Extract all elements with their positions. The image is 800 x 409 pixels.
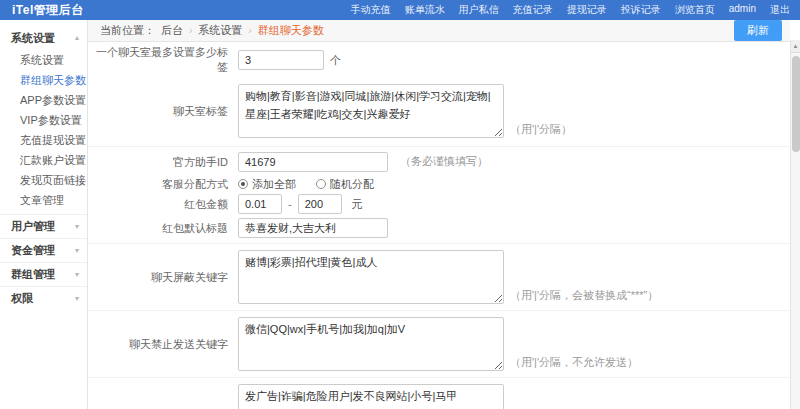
topbar-menu-item-user-messages[interactable]: 用户私信 — [459, 3, 499, 17]
breadcrumb-item-system-settings[interactable]: 系统设置 — [198, 23, 242, 38]
chevron-down-icon: ▾ — [75, 247, 79, 255]
field-label: 聊天室标签 — [88, 104, 238, 119]
sidebar-item-discover-links[interactable]: 发现页面链接 — [0, 170, 87, 190]
form-row-room-tags: 聊天室标签 购物|教育|影音|游戏|同城|旅游|休闲|学习交流|宠物|星座|王者… — [88, 78, 790, 147]
field-label: 红包默认标题 — [88, 221, 238, 236]
scrollbar-thumb[interactable] — [792, 56, 800, 152]
app-title: iTel管理后台 — [12, 2, 84, 19]
main-content: 当前位置： 后台 › 系统设置 › 群组聊天参数 刷新 一个聊天室最多设置多少标… — [88, 20, 800, 409]
form-row-redpacket-amount: 红包金额 - 元 — [88, 193, 790, 215]
field-label: 聊天禁止发送关键字 — [88, 337, 238, 352]
sidebar-item-group-chat-params[interactable]: 群组聊天参数 — [0, 70, 87, 90]
form-row-assign-mode: 客服分配方式 添加全部 随机分配 — [88, 175, 790, 193]
radio-icon[interactable] — [316, 179, 326, 189]
topbar-menu-item-logout[interactable]: 退出 — [770, 3, 790, 17]
field-hint: （用'|'分隔，会被替换成“***”） — [510, 288, 658, 304]
topbar-menu-item-recharge-log[interactable]: 充值记录 — [513, 3, 553, 17]
block-keywords-textarea[interactable]: 赌博|彩票|招代理|黄色|成人 — [238, 250, 504, 304]
breadcrumb-bar: 当前位置： 后台 › 系统设置 › 群组聊天参数 刷新 — [88, 20, 790, 42]
helper-id-input[interactable] — [238, 152, 388, 172]
form-row-redpacket-title: 红包默认标题 — [88, 215, 790, 244]
field-label: 官方助手ID — [88, 155, 238, 170]
topbar: iTel管理后台 手动充值 账单流水 用户私信 充值记录 提现记录 投诉记录 浏… — [0, 0, 800, 20]
sidebar-item-app-params[interactable]: APP参数设置 — [0, 90, 87, 110]
form-row-extra-keywords: 发广告|诈骗|危险用户|发不良网站|小号|马甲 — [88, 378, 790, 409]
sidebar-item-article-manage[interactable]: 文章管理 — [0, 190, 87, 210]
sidebar-group-user-manage[interactable]: 用户管理 ▾ — [0, 214, 87, 238]
sidebar-group-fund-manage[interactable]: 资金管理 ▾ — [0, 238, 87, 262]
radio-icon[interactable] — [238, 179, 248, 189]
settings-form: 一个聊天室最多设置多少标签 个 聊天室标签 购物|教育|影音|游戏|同城|旅游|… — [88, 42, 790, 409]
sidebar-group-system-settings[interactable]: 系统设置 ▴ — [0, 26, 87, 50]
field-label: 红包金额 — [88, 197, 238, 212]
form-row-tag-limit: 一个聊天室最多设置多少标签 个 — [88, 42, 790, 78]
chevron-up-icon: ▴ — [75, 34, 79, 42]
topbar-menu-item-bill-flow[interactable]: 账单流水 — [405, 3, 445, 17]
refresh-button[interactable]: 刷新 — [734, 20, 782, 41]
sidebar-item-remit-account[interactable]: 汇款账户设置 — [0, 150, 87, 170]
page-scrollbar[interactable]: ▲ — [790, 40, 800, 409]
chevron-right-icon: › — [189, 25, 192, 36]
sidebar-item-vip-params[interactable]: VIP参数设置 — [0, 110, 87, 130]
field-hint: （用'|'分隔） — [510, 122, 572, 138]
form-row-helper-id: 官方助手ID （务必谨慎填写） — [88, 147, 790, 175]
field-label: 一个聊天室最多设置多少标签 — [88, 45, 238, 75]
extra-keywords-textarea[interactable]: 发广告|诈骗|危险用户|发不良网站|小号|马甲 — [238, 384, 504, 409]
sidebar-group-group-manage[interactable]: 群组管理 ▾ — [0, 262, 87, 286]
sidebar-item-system-settings[interactable]: 系统设置 — [0, 50, 87, 70]
breadcrumb-item-backend[interactable]: 后台 — [161, 23, 183, 38]
redpacket-title-input[interactable] — [238, 218, 388, 238]
form-row-block-keywords: 聊天屏蔽关键字 赌博|彩票|招代理|黄色|成人 （用'|'分隔，会被替换成“**… — [88, 244, 790, 311]
topbar-menu-item-manual-recharge[interactable]: 手动充值 — [351, 3, 391, 17]
breadcrumb-item-current: 群组聊天参数 — [258, 23, 324, 38]
topbar-menu-item-complaint-log[interactable]: 投诉记录 — [621, 3, 661, 17]
topbar-menu-item-view-homepage[interactable]: 浏览首页 — [675, 3, 715, 17]
field-hint: （用'|'分隔，不允许发送） — [510, 355, 638, 371]
topbar-menu: 手动充值 账单流水 用户私信 充值记录 提现记录 投诉记录 浏览首页 admin… — [351, 3, 790, 17]
field-label: 客服分配方式 — [88, 177, 238, 192]
field-label: 聊天屏蔽关键字 — [88, 270, 238, 285]
sidebar-item-recharge-withdraw[interactable]: 充值提现设置 — [0, 130, 87, 150]
redpacket-min-input[interactable] — [238, 194, 282, 214]
chevron-right-icon: › — [248, 25, 251, 36]
breadcrumb-prefix: 当前位置： — [100, 23, 155, 38]
topbar-menu-item-admin[interactable]: admin — [729, 3, 756, 17]
chevron-down-icon: ▾ — [75, 223, 79, 231]
sidebar-submenu-system: 系统设置 群组聊天参数 APP参数设置 VIP参数设置 充值提现设置 汇款账户设… — [0, 50, 87, 214]
form-row-forbid-keywords: 聊天禁止发送关键字 微信|QQ|wx|手机号|加我|加q|加V （用'|'分隔，… — [88, 311, 790, 378]
breadcrumb: 当前位置： 后台 › 系统设置 › 群组聊天参数 — [100, 23, 324, 38]
room-tags-textarea[interactable]: 购物|教育|影音|游戏|同城|旅游|休闲|学习交流|宠物|星座|王者荣耀|吃鸡|… — [238, 84, 504, 138]
topbar-menu-item-withdraw-log[interactable]: 提现记录 — [567, 3, 607, 17]
unit-suffix: 个 — [330, 53, 341, 68]
unit-suffix: 元 — [348, 197, 363, 212]
redpacket-max-input[interactable] — [298, 194, 342, 214]
scrollbar-up-arrow-icon[interactable]: ▲ — [791, 40, 800, 53]
field-hint: （务必谨慎填写） — [394, 154, 488, 170]
radio-option-add-all[interactable]: 添加全部 — [238, 177, 296, 192]
chevron-down-icon: ▾ — [75, 271, 79, 279]
sidebar-group-permissions[interactable]: 权限 ▾ — [0, 286, 87, 310]
tag-limit-input[interactable] — [238, 50, 324, 70]
chevron-down-icon: ▾ — [75, 295, 79, 303]
sidebar: 系统设置 ▴ 系统设置 群组聊天参数 APP参数设置 VIP参数设置 充值提现设… — [0, 20, 88, 409]
forbid-keywords-textarea[interactable]: 微信|QQ|wx|手机号|加我|加q|加V — [238, 317, 504, 371]
range-dash: - — [288, 198, 292, 210]
radio-option-random[interactable]: 随机分配 — [316, 177, 374, 192]
